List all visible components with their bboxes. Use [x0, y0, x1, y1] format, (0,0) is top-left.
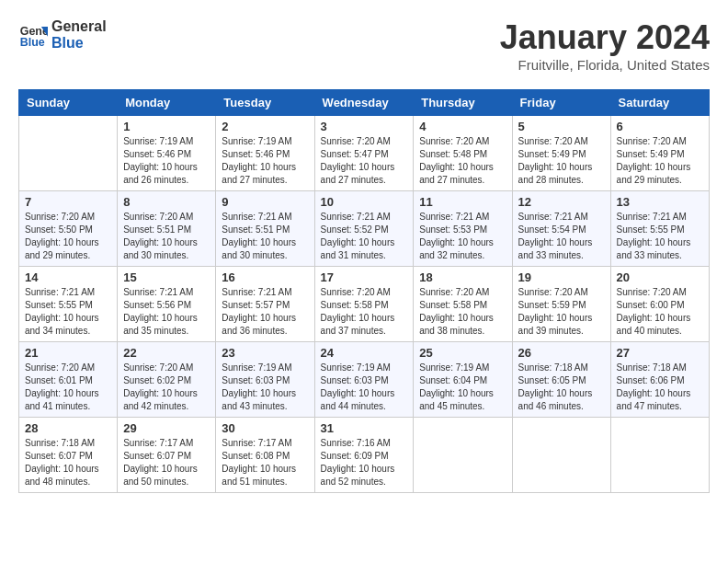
day-info: Sunrise: 7:17 AM Sunset: 6:07 PM Dayligh…: [123, 437, 210, 488]
calendar-cell: 24Sunrise: 7:19 AM Sunset: 6:03 PM Dayli…: [314, 342, 414, 418]
calendar-cell: 5Sunrise: 7:20 AM Sunset: 5:49 PM Daylig…: [512, 116, 610, 191]
day-number: 3: [321, 120, 408, 133]
calendar-cell: 31Sunrise: 7:16 AM Sunset: 6:09 PM Dayli…: [314, 418, 414, 493]
day-info: Sunrise: 7:21 AM Sunset: 5:55 PM Dayligh…: [617, 211, 703, 262]
logo-text-general: General: [51, 18, 107, 35]
calendar-week-row: 1Sunrise: 7:19 AM Sunset: 5:46 PM Daylig…: [19, 116, 710, 191]
header: General Blue General Blue January 2024 F…: [18, 18, 710, 80]
page-subtitle: Fruitville, Florida, United States: [500, 57, 710, 73]
day-number: 11: [419, 195, 506, 209]
calendar-day-header: Friday: [512, 90, 610, 116]
calendar-cell: 1Sunrise: 7:19 AM Sunset: 5:46 PM Daylig…: [118, 116, 216, 191]
day-info: Sunrise: 7:20 AM Sunset: 6:01 PM Dayligh…: [25, 362, 111, 413]
calendar-cell: 16Sunrise: 7:21 AM Sunset: 5:57 PM Dayli…: [216, 267, 314, 342]
calendar-cell: 17Sunrise: 7:20 AM Sunset: 5:58 PM Dayli…: [314, 267, 414, 342]
day-info: Sunrise: 7:20 AM Sunset: 5:49 PM Dayligh…: [518, 135, 605, 187]
calendar-cell: 26Sunrise: 7:18 AM Sunset: 6:05 PM Dayli…: [512, 342, 610, 418]
calendar-cell: 10Sunrise: 7:21 AM Sunset: 5:52 PM Dayli…: [314, 191, 414, 267]
day-info: Sunrise: 7:19 AM Sunset: 6:04 PM Dayligh…: [419, 362, 506, 413]
calendar-cell: 9Sunrise: 7:21 AM Sunset: 5:51 PM Daylig…: [216, 191, 314, 267]
day-info: Sunrise: 7:21 AM Sunset: 5:55 PM Dayligh…: [25, 286, 111, 338]
calendar-day-header: Sunday: [19, 90, 118, 116]
day-info: Sunrise: 7:18 AM Sunset: 6:05 PM Dayligh…: [518, 362, 605, 413]
calendar-cell: 29Sunrise: 7:17 AM Sunset: 6:07 PM Dayli…: [118, 418, 216, 493]
day-info: Sunrise: 7:20 AM Sunset: 5:48 PM Dayligh…: [419, 135, 506, 187]
logo-text-blue: Blue: [51, 35, 107, 52]
logo: General Blue General Blue: [18, 18, 107, 51]
day-number: 16: [222, 270, 308, 284]
day-number: 23: [222, 346, 308, 360]
day-number: 7: [25, 195, 111, 209]
calendar-cell: 2Sunrise: 7:19 AM Sunset: 5:46 PM Daylig…: [216, 116, 314, 191]
svg-text:Blue: Blue: [20, 36, 45, 49]
day-info: Sunrise: 7:21 AM Sunset: 5:51 PM Dayligh…: [222, 211, 308, 262]
day-number: 15: [123, 270, 210, 284]
day-number: 25: [419, 346, 506, 360]
day-info: Sunrise: 7:20 AM Sunset: 5:50 PM Dayligh…: [25, 211, 111, 262]
day-number: 14: [25, 270, 111, 284]
day-number: 10: [321, 195, 408, 209]
day-info: Sunrise: 7:17 AM Sunset: 6:08 PM Dayligh…: [222, 437, 308, 488]
calendar-day-header: Saturday: [610, 90, 709, 116]
day-info: Sunrise: 7:21 AM Sunset: 5:57 PM Dayligh…: [222, 286, 308, 338]
day-number: 2: [222, 120, 308, 133]
day-number: 27: [617, 346, 703, 360]
calendar-week-row: 21Sunrise: 7:20 AM Sunset: 6:01 PM Dayli…: [19, 342, 710, 418]
day-number: 13: [617, 195, 703, 209]
day-number: 6: [617, 120, 703, 133]
day-number: 8: [123, 195, 210, 209]
calendar-cell: 6Sunrise: 7:20 AM Sunset: 5:49 PM Daylig…: [610, 116, 709, 191]
day-number: 19: [518, 270, 605, 284]
calendar-header-row: SundayMondayTuesdayWednesdayThursdayFrid…: [19, 90, 710, 116]
day-info: Sunrise: 7:20 AM Sunset: 5:47 PM Dayligh…: [321, 135, 408, 187]
day-info: Sunrise: 7:21 AM Sunset: 5:53 PM Dayligh…: [419, 211, 506, 262]
title-area: January 2024 Fruitville, Florida, United…: [500, 18, 710, 80]
day-number: 20: [617, 270, 703, 284]
day-number: 5: [518, 120, 605, 133]
calendar-cell: 20Sunrise: 7:20 AM Sunset: 6:00 PM Dayli…: [610, 267, 709, 342]
day-number: 26: [518, 346, 605, 360]
day-info: Sunrise: 7:18 AM Sunset: 6:06 PM Dayligh…: [617, 362, 703, 413]
calendar-day-header: Monday: [118, 90, 216, 116]
day-number: 17: [321, 270, 408, 284]
day-number: 28: [25, 421, 111, 435]
day-info: Sunrise: 7:21 AM Sunset: 5:54 PM Dayligh…: [518, 211, 605, 262]
day-info: Sunrise: 7:19 AM Sunset: 5:46 PM Dayligh…: [222, 135, 308, 187]
calendar-cell: 3Sunrise: 7:20 AM Sunset: 5:47 PM Daylig…: [314, 116, 414, 191]
day-info: Sunrise: 7:21 AM Sunset: 5:56 PM Dayligh…: [123, 286, 210, 338]
calendar-table: SundayMondayTuesdayWednesdayThursdayFrid…: [18, 89, 710, 493]
calendar-cell: 7Sunrise: 7:20 AM Sunset: 5:50 PM Daylig…: [19, 191, 118, 267]
day-info: Sunrise: 7:21 AM Sunset: 5:52 PM Dayligh…: [321, 211, 408, 262]
calendar-cell: [512, 418, 610, 493]
day-info: Sunrise: 7:20 AM Sunset: 6:02 PM Dayligh…: [123, 362, 210, 413]
day-info: Sunrise: 7:19 AM Sunset: 6:03 PM Dayligh…: [222, 362, 308, 413]
day-number: 18: [419, 270, 506, 284]
logo-icon: General Blue: [18, 20, 48, 50]
day-info: Sunrise: 7:18 AM Sunset: 6:07 PM Dayligh…: [25, 437, 111, 488]
calendar-cell: 11Sunrise: 7:21 AM Sunset: 5:53 PM Dayli…: [414, 191, 512, 267]
calendar-cell: 13Sunrise: 7:21 AM Sunset: 5:55 PM Dayli…: [610, 191, 709, 267]
calendar-cell: [19, 116, 118, 191]
calendar-week-row: 7Sunrise: 7:20 AM Sunset: 5:50 PM Daylig…: [19, 191, 710, 267]
day-number: 21: [25, 346, 111, 360]
page-title: January 2024: [500, 18, 710, 57]
calendar-cell: 15Sunrise: 7:21 AM Sunset: 5:56 PM Dayli…: [118, 267, 216, 342]
day-info: Sunrise: 7:20 AM Sunset: 5:51 PM Dayligh…: [123, 211, 210, 262]
calendar-cell: 25Sunrise: 7:19 AM Sunset: 6:04 PM Dayli…: [414, 342, 512, 418]
day-info: Sunrise: 7:19 AM Sunset: 6:03 PM Dayligh…: [321, 362, 408, 413]
calendar-cell: 4Sunrise: 7:20 AM Sunset: 5:48 PM Daylig…: [414, 116, 512, 191]
calendar-cell: 23Sunrise: 7:19 AM Sunset: 6:03 PM Dayli…: [216, 342, 314, 418]
day-info: Sunrise: 7:16 AM Sunset: 6:09 PM Dayligh…: [321, 437, 408, 488]
day-info: Sunrise: 7:20 AM Sunset: 5:49 PM Dayligh…: [617, 135, 703, 187]
calendar-cell: 14Sunrise: 7:21 AM Sunset: 5:55 PM Dayli…: [19, 267, 118, 342]
day-number: 9: [222, 195, 308, 209]
calendar-cell: 28Sunrise: 7:18 AM Sunset: 6:07 PM Dayli…: [19, 418, 118, 493]
day-info: Sunrise: 7:19 AM Sunset: 5:46 PM Dayligh…: [123, 135, 210, 187]
day-number: 12: [518, 195, 605, 209]
day-number: 22: [123, 346, 210, 360]
calendar-week-row: 28Sunrise: 7:18 AM Sunset: 6:07 PM Dayli…: [19, 418, 710, 493]
calendar-cell: 18Sunrise: 7:20 AM Sunset: 5:58 PM Dayli…: [414, 267, 512, 342]
day-number: 1: [123, 120, 210, 133]
calendar-cell: [414, 418, 512, 493]
day-number: 24: [321, 346, 408, 360]
